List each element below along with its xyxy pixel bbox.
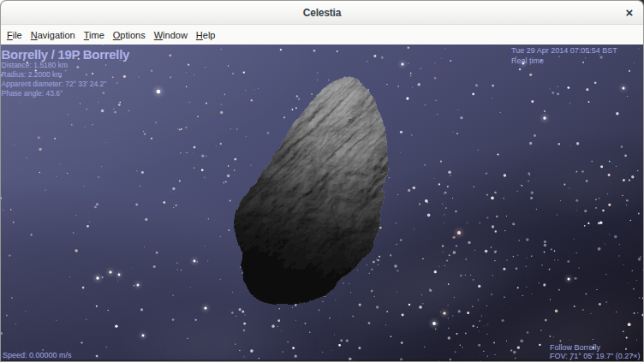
hud-follow: Follow Borrelly (550, 343, 641, 353)
window-title: Celestia (1, 7, 643, 19)
app-window: Celestia × FileNavigationTimeOptionsWind… (0, 0, 644, 362)
viewport-bottom-shade (1, 359, 643, 361)
hud-object-title: Borrelly / 19P Borrelly (2, 49, 130, 61)
hud-radius: Radius: 2.2000 km (2, 70, 130, 80)
hud-phase-angle: Phase angle: 43.6° (2, 89, 130, 98)
hud-apparent-diameter: Apparent diameter: 72° 33' 24.2" (2, 80, 130, 89)
hud-speed: Speed: 0.00000 m/s (3, 351, 72, 359)
close-button[interactable]: × (621, 4, 638, 21)
menu-item-options[interactable]: Options (109, 27, 150, 43)
menu-item-navigation[interactable]: Navigation (27, 27, 80, 43)
hud-distance: Distance: 1.5180 km (2, 61, 130, 70)
menu-item-file[interactable]: File (3, 27, 27, 43)
hud-datetime: Tue 29 Apr 2014 07:05:54 BST Real time (511, 45, 617, 67)
hud-date: Tue 29 Apr 2014 07:05:54 BST (511, 45, 617, 56)
hud-time-mode: Real time (511, 56, 617, 66)
menu-item-window[interactable]: Window (150, 27, 192, 43)
title-bar[interactable]: Celestia × (1, 1, 643, 25)
menu-item-time[interactable]: Time (80, 27, 109, 43)
hud-status: Follow Borrelly FOV: 71° 05' 19.7" (0.27… (550, 343, 641, 361)
menu-bar: FileNavigationTimeOptionsWindowHelp (1, 25, 643, 45)
viewport[interactable]: Borrelly / 19P Borrelly Distance: 1.5180… (1, 45, 643, 361)
hud-object-info: Borrelly / 19P Borrelly Distance: 1.5180… (2, 49, 130, 99)
menu-item-help[interactable]: Help (192, 27, 220, 43)
